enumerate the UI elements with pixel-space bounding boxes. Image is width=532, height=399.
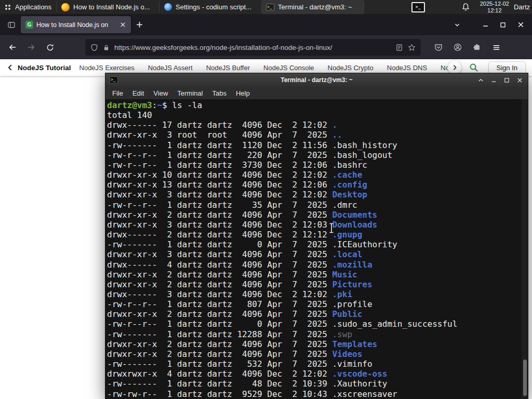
site-nav-link[interactable]: NodeJS Exercises: [79, 64, 135, 72]
terminal-line: drwxr-xr-x 2 dartz dartz 4096 Apr 7 2025…: [107, 210, 521, 220]
desktop: Applications How to Install Node.js o...…: [0, 0, 532, 399]
list-all-tabs-button[interactable]: [451, 19, 463, 31]
clock-date: 2025-12-02: [480, 1, 509, 7]
terminal-minimize-button[interactable]: [489, 76, 498, 84]
terminal-line: drwxr-xr-x 13 dartz dartz 4096 Dec 2 12:…: [107, 180, 521, 190]
terminal-line: drwx------ 3 dartz dartz 4096 Dec 2 12:0…: [107, 289, 521, 299]
terminal-line: -rw-r--r-- 1 dartz dartz 35 Apr 7 2025 .…: [107, 200, 521, 210]
window-minimize-button[interactable]: [479, 19, 491, 31]
applications-menu-button[interactable]: Applications: [0, 0, 57, 14]
applications-label: Applications: [15, 3, 51, 11]
taskbar-item-label: Terminal - dartz@vm3: ~: [278, 3, 352, 11]
tracking-shield-icon[interactable]: [90, 44, 98, 51]
terminal-icon: >_: [266, 3, 274, 11]
site-nav-primary[interactable]: NodeJS Tutorial: [18, 64, 71, 72]
site-nav-link[interactable]: NodeJS DNS: [387, 64, 427, 72]
tray-terminal-icon[interactable]: >_: [411, 2, 425, 12]
search-icon[interactable]: [468, 61, 480, 74]
notification-bell-icon[interactable]: [461, 3, 470, 11]
tab-bar: G How to Install Node.js on: [0, 14, 532, 35]
terminal-line: -rw-r--r-- 1 dartz dartz 0 Apr 7 2025 .s…: [107, 319, 521, 329]
tab-close-icon[interactable]: [117, 20, 128, 30]
terminal-line: drwxr-xr-x 3 dartz dartz 4096 Dec 2 12:0…: [107, 190, 521, 200]
terminal-line: drwxr-xr-x 10 dartz dartz 4096 Dec 2 12:…: [107, 170, 521, 180]
firefox-icon: [61, 3, 70, 11]
terminal-line: drwx------ 4 dartz dartz 4096 Apr 7 2025…: [107, 260, 521, 270]
terminal-line: -rw------- 1 dartz dartz 532 Apr 7 2025 …: [107, 359, 521, 369]
terminal-scrollbar[interactable]: [522, 99, 528, 398]
terminal-line: drwx------ 2 dartz dartz 4096 Dec 2 12:1…: [107, 230, 521, 240]
menu-button[interactable]: [488, 39, 504, 56]
site-nav-link[interactable]: NodeJS Crypto: [328, 64, 374, 72]
scrollbar-thumb[interactable]: [523, 360, 527, 396]
terminal-line: -rw-r--r-- 1 dartz dartz 3730 Dec 2 12:0…: [107, 160, 521, 170]
taskbar-item-terminal[interactable]: >_ Terminal - dartz@vm3: ~: [262, 0, 364, 14]
pocket-icon[interactable]: [430, 39, 447, 56]
browser-tab[interactable]: G How to Install Node.js on: [21, 16, 131, 33]
site-nav-links: NodeJS Exercises NodeJS Assert NodeJS Bu…: [79, 64, 448, 72]
taskbar-item-browser[interactable]: How to Install Node.js o...: [57, 0, 159, 14]
terminal-line: drwxr-xr-x 3 dartz dartz 4096 Dec 2 12:0…: [107, 220, 521, 230]
url-bar[interactable]: https://www.geeksforgeeks.org/node-js/in…: [85, 39, 421, 56]
terminal-line: dartz@vm3:~$ ls -la: [107, 100, 521, 110]
terminal-line: drwxrwxr-x 4 dartz dartz 4096 Dec 2 12:0…: [107, 369, 521, 379]
terminal-app-icon: >_: [110, 76, 118, 84]
menu-file[interactable]: File: [108, 89, 128, 98]
menu-edit[interactable]: Edit: [128, 89, 149, 98]
terminal-line: drwxr-xr-x 2 dartz dartz 4096 Apr 7 2025…: [107, 309, 521, 319]
terminal-line: -rw------- 1 dartz dartz 0 Apr 7 2025 .I…: [107, 240, 521, 249]
account-icon[interactable]: [449, 39, 466, 56]
sign-in-button[interactable]: Sign In: [488, 61, 526, 74]
clock-time: 12:12: [480, 7, 509, 14]
tab-title: How to Install Node.js on: [36, 21, 114, 29]
window-maximize-button[interactable]: [497, 19, 509, 31]
window-controls: [479, 19, 528, 31]
terminal-line: drwxr-xr-x 2 dartz dartz 4096 Apr 7 2025…: [107, 270, 521, 280]
menu-help[interactable]: Help: [231, 89, 255, 98]
terminal-title: Terminal - dartz@vm3: ~: [105, 76, 528, 84]
menu-tabs[interactable]: Tabs: [207, 89, 231, 98]
terminal-line: total 140: [107, 110, 521, 120]
terminal-line: -rw-r--r-- 1 dartz dartz 220 Apr 7 2025 …: [107, 150, 521, 160]
menu-view[interactable]: View: [149, 89, 172, 98]
url-text: https://www.geeksforgeeks.org/node-js/in…: [114, 44, 391, 51]
terminal-rollup-button[interactable]: [476, 76, 485, 84]
panel-spacer: [364, 0, 411, 14]
terminal-line: drwxr-xr-x 3 root root 4096 Apr 7 2025 .…: [107, 130, 521, 140]
site-nav-link[interactable]: NodeJS Buffer: [206, 64, 250, 72]
tab-favicon: G: [25, 21, 33, 29]
terminal-screen[interactable]: dartz@vm3:~$ ls -latotal 140drwx------ 1…: [105, 99, 528, 398]
terminal-line: -rw-rw-r-- 1 dartz dartz 9529 Dec 2 10:4…: [107, 389, 521, 398]
nav-chevron-left-icon[interactable]: [5, 62, 16, 73]
clock[interactable]: 2025-12-02 12:12: [475, 1, 514, 14]
firefox-view-button[interactable]: [4, 18, 19, 32]
applications-icon: [4, 4, 11, 11]
forward-button[interactable]: [23, 39, 39, 56]
taskbar-item-settings[interactable]: Settings - codium script...: [159, 0, 261, 14]
back-button[interactable]: [4, 39, 21, 56]
site-nav-link[interactable]: NodeJS Console: [263, 64, 314, 72]
bookmark-star-icon[interactable]: [408, 44, 416, 51]
settings-icon: [164, 3, 172, 11]
window-close-button[interactable]: [514, 19, 527, 31]
terminal-line: -rw------- 1 dartz dartz 48 Dec 2 10:39 …: [107, 379, 521, 389]
terminal-maximize-button[interactable]: [502, 76, 511, 84]
terminal-window-controls: [476, 76, 524, 84]
extensions-icon[interactable]: [469, 39, 485, 56]
terminal-line: drwxr-xr-x 2 dartz dartz 4096 Apr 7 2025…: [107, 349, 521, 359]
taskbar-item-label: How to Install Node.js o...: [73, 3, 150, 11]
terminal-line: -rw-r--r-- 1 dartz dartz 807 Apr 7 2025 …: [107, 299, 521, 309]
lock-icon[interactable]: [103, 44, 110, 51]
terminal-line: drwxr-xr-x 2 dartz dartz 4096 Apr 7 2025…: [107, 339, 521, 349]
new-tab-button[interactable]: [133, 19, 145, 31]
site-nav-link[interactable]: NodeJS Assert: [148, 64, 193, 72]
reload-button[interactable]: [42, 39, 58, 56]
toolbar-right-icons: [430, 39, 504, 56]
terminal-titlebar[interactable]: >_ Terminal - dartz@vm3: ~: [105, 73, 528, 87]
menu-terminal[interactable]: Terminal: [172, 89, 207, 98]
terminal-window: >_ Terminal - dartz@vm3: ~ File Edit: [105, 73, 528, 399]
panel-user-label: Dartz: [514, 3, 532, 11]
reader-view-icon[interactable]: [395, 44, 403, 51]
terminal-close-button[interactable]: [515, 76, 524, 84]
site-nav-link[interactable]: Node: [441, 64, 447, 72]
